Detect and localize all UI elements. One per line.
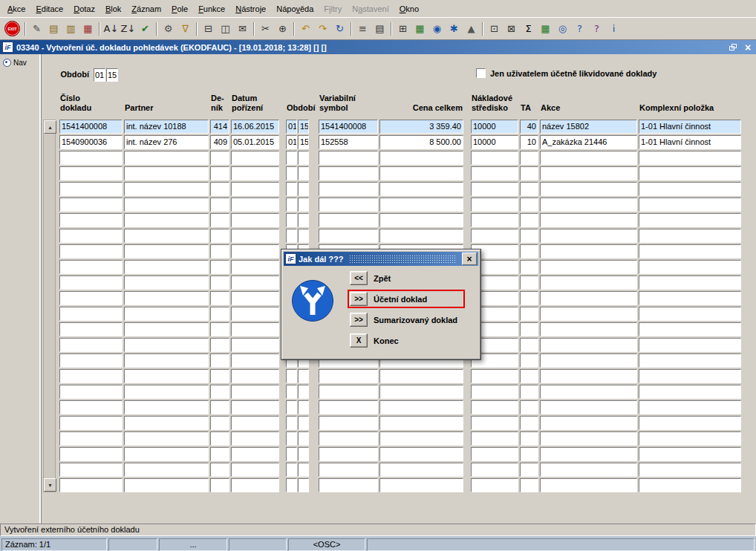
- table-row[interactable]: [59, 478, 741, 492]
- table-cell[interactable]: [520, 385, 538, 399]
- table-cell[interactable]: [639, 151, 741, 165]
- table-cell[interactable]: [379, 447, 463, 461]
- table-cell[interactable]: [639, 198, 741, 212]
- info-icon[interactable]: i: [605, 21, 622, 37]
- table-cell[interactable]: [59, 244, 123, 258]
- table-cell[interactable]: [639, 463, 741, 477]
- table-cell[interactable]: [286, 166, 297, 180]
- table-cell[interactable]: [124, 229, 209, 243]
- table-cell[interactable]: [520, 276, 538, 290]
- table-cell[interactable]: [639, 416, 741, 430]
- table-cell[interactable]: [471, 431, 518, 446]
- table-cell[interactable]: [124, 276, 209, 290]
- dialog-title-bar[interactable]: iF Jak dál ??? ×: [284, 252, 478, 266]
- mdi-title-bar[interactable]: iF 03340 - Vytvoření úč. dokladu pohledá…: [0, 40, 756, 54]
- table-cell[interactable]: [639, 431, 741, 446]
- likvidovane-checkbox[interactable]: [476, 68, 486, 78]
- table-cell[interactable]: [231, 260, 279, 274]
- table-cell[interactable]: [286, 151, 297, 165]
- table-cell[interactable]: [639, 229, 741, 243]
- table-cell[interactable]: [124, 213, 209, 227]
- table-cell[interactable]: [59, 260, 123, 274]
- table-cell[interactable]: 409: [210, 135, 229, 149]
- table-cell[interactable]: [210, 447, 229, 461]
- obdobi-field-1[interactable]: 01: [94, 68, 105, 82]
- table-cell[interactable]: [520, 213, 538, 227]
- table-cell[interactable]: [231, 431, 279, 446]
- list-icon[interactable]: ≡: [354, 21, 371, 37]
- table-cell[interactable]: [639, 307, 741, 321]
- mail-icon[interactable]: ✉: [234, 21, 251, 37]
- table-row[interactable]: [59, 369, 741, 383]
- table-cell[interactable]: [59, 198, 123, 212]
- table-cell[interactable]: 8 500.00: [379, 135, 463, 149]
- table-cell[interactable]: [124, 260, 209, 274]
- dialog-close-icon[interactable]: ×: [462, 252, 477, 265]
- redo-icon[interactable]: ↷: [314, 21, 331, 37]
- table-cell[interactable]: [286, 447, 297, 461]
- table-cell[interactable]: [319, 182, 378, 196]
- table-cell[interactable]: [379, 198, 463, 212]
- window-icon[interactable]: ⊡: [486, 21, 503, 37]
- table-cell[interactable]: [59, 400, 123, 414]
- table-cell[interactable]: [124, 151, 209, 165]
- table-cell[interactable]: [639, 369, 741, 383]
- dialog-action-ucetni-doklad[interactable]: >>Účetní doklad: [348, 290, 465, 308]
- table-cell[interactable]: [59, 151, 123, 165]
- table-cell[interactable]: [379, 182, 463, 196]
- table-cell[interactable]: [124, 463, 209, 477]
- table-cell[interactable]: [639, 385, 741, 399]
- table-cell[interactable]: [520, 353, 538, 368]
- table-cell[interactable]: [210, 166, 229, 180]
- print-preview-icon[interactable]: ◫: [217, 21, 234, 37]
- table-cell[interactable]: [520, 198, 538, 212]
- menu-zaznam[interactable]: Záznam: [126, 3, 166, 15]
- menu-akce[interactable]: Akce: [2, 3, 30, 15]
- table-cell[interactable]: [210, 229, 229, 243]
- table-cell[interactable]: [471, 182, 518, 196]
- table-cell[interactable]: 1-01 Hlavní činnost: [639, 120, 741, 134]
- table-cell[interactable]: [639, 400, 741, 414]
- table-cell[interactable]: [540, 322, 637, 336]
- dialog-action-sumarizovany-doklad[interactable]: >>Sumarizovaný doklad: [348, 310, 465, 329]
- table-cell[interactable]: [379, 369, 463, 383]
- table-cell[interactable]: [540, 416, 637, 430]
- table-cell[interactable]: [298, 166, 309, 180]
- table-cell[interactable]: [286, 198, 297, 212]
- table-cell[interactable]: [298, 478, 309, 492]
- table-cell[interactable]: [59, 463, 123, 477]
- table-cell[interactable]: [210, 369, 229, 383]
- table-cell[interactable]: [540, 369, 637, 383]
- table-cell[interactable]: 1540900036: [59, 135, 123, 149]
- table-cell[interactable]: [59, 276, 123, 290]
- table-cell[interactable]: [540, 229, 637, 243]
- table-cell[interactable]: A_zakázka 21446: [540, 135, 637, 149]
- table-cell[interactable]: [210, 416, 229, 430]
- ledger-open-icon[interactable]: ▤: [45, 21, 62, 37]
- table-cell[interactable]: název 15802: [540, 120, 637, 134]
- table-cell[interactable]: [286, 213, 297, 227]
- table-cell[interactable]: [59, 338, 123, 352]
- help-icon[interactable]: ?: [588, 21, 605, 37]
- table-cell[interactable]: [231, 166, 279, 180]
- table-row[interactable]: 1540900036int. název 27640905.01.2015011…: [59, 135, 741, 149]
- table-cell[interactable]: [231, 151, 279, 165]
- commit-check-icon[interactable]: ✔: [137, 21, 154, 37]
- dialog-button-icon[interactable]: <<: [350, 271, 368, 285]
- table-cell[interactable]: [286, 416, 297, 430]
- table-cell[interactable]: [540, 182, 637, 196]
- table-cell[interactable]: [540, 291, 637, 305]
- table-cell[interactable]: [540, 166, 637, 180]
- table-cell[interactable]: [59, 322, 123, 336]
- table-cell[interactable]: [298, 213, 309, 227]
- menu-okno[interactable]: Okno: [394, 3, 424, 15]
- table-cell[interactable]: [124, 353, 209, 368]
- table-cell[interactable]: [639, 213, 741, 227]
- table-cell[interactable]: [540, 276, 637, 290]
- table-cell[interactable]: [639, 182, 741, 196]
- table-cell[interactable]: [639, 244, 741, 258]
- record-scrollbar[interactable]: ▲ ▼: [43, 120, 56, 492]
- table-cell[interactable]: [540, 213, 637, 227]
- sigma-icon[interactable]: Σ: [520, 21, 537, 37]
- table-cell[interactable]: [59, 182, 123, 196]
